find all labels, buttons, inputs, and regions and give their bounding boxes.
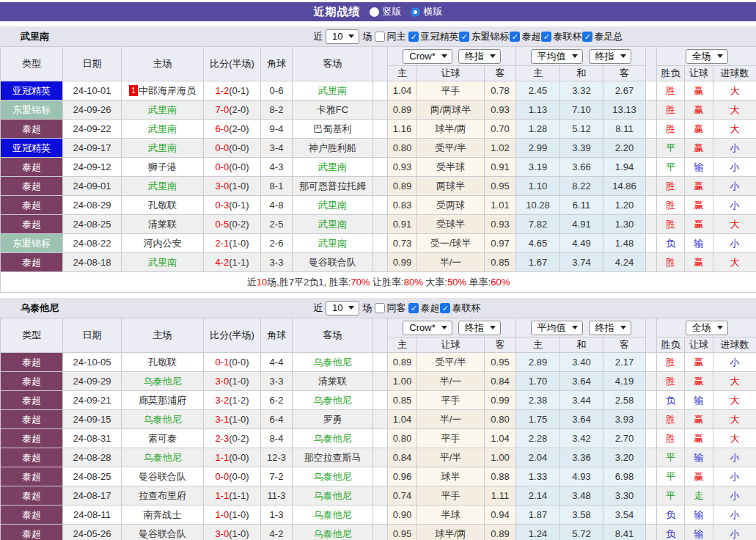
away-team-cell: 乌泰他尼 xyxy=(293,506,373,525)
avg-final-select[interactable]: 终指 xyxy=(589,321,631,335)
avg-away-cell: 2.70 xyxy=(603,429,646,448)
team-label: 乌泰他尼 xyxy=(314,528,352,539)
summary-segment: 60% xyxy=(491,277,510,288)
odds-handicap-cell: 半/一 xyxy=(417,410,485,429)
league-filter-label: 泰超 xyxy=(420,302,439,315)
odds-final-select[interactable]: 终指 xyxy=(458,321,501,335)
same-venue-filter[interactable]: 同主 xyxy=(375,30,405,43)
table-row: 泰超24-09-15乌泰他尼3-1(1-0)6-4罗勇1.04半/一0.801.… xyxy=(1,410,756,429)
league-filter[interactable]: ✓泰足总 xyxy=(582,30,623,43)
avg-select[interactable]: 平均值 xyxy=(531,321,583,335)
type-badge: 泰超 xyxy=(1,506,63,525)
team-label: 孔敬联 xyxy=(148,200,177,211)
corner-cell: 4-3 xyxy=(261,158,293,177)
away-team-cell: 那可恩普拉托姆 xyxy=(293,177,373,196)
odds-company-select[interactable]: Crow* xyxy=(403,49,452,64)
col-header-avg-away: 客 xyxy=(603,66,646,81)
handicap-result-cell: 赢 xyxy=(685,120,713,139)
away-team-cell: 神户胜利船 xyxy=(293,139,373,158)
odds-away-cell: 1.11 xyxy=(485,486,516,506)
league-filter[interactable]: ✓泰超 xyxy=(408,302,439,315)
odds-away-cell: 0.84 xyxy=(485,372,516,391)
team-label: 乌泰他尼 xyxy=(314,357,352,368)
half-time-score: (1-0) xyxy=(229,238,249,249)
horizontal-layout-radio[interactable]: 横版 xyxy=(411,5,443,18)
table-row: 亚冠精英24-10-011中部海岸海员1-2(0-1)0-6武里南1.04平手0… xyxy=(1,81,756,101)
col-header-handicap-result: 让球 xyxy=(685,338,713,353)
team-label: 南奔战士 xyxy=(144,509,182,520)
match-count-select[interactable]: 10 xyxy=(326,29,359,44)
spacer-cell xyxy=(646,196,657,215)
games-label: 场 xyxy=(362,30,372,43)
odds-away-cell: 0.78 xyxy=(485,81,516,101)
spacer-cell xyxy=(646,158,657,177)
avg-draw-cell: 3.66 xyxy=(560,158,603,177)
odds-home-cell: 1.04 xyxy=(388,410,417,429)
vertical-layout-radio[interactable]: 竖版 xyxy=(370,5,402,18)
goals-result-cell: 大 xyxy=(713,215,756,234)
scope-select[interactable]: 全场 xyxy=(686,321,728,335)
league-filter[interactable]: ✓泰超 xyxy=(510,30,540,43)
table-row: 泰超24-08-29孔敬联0-3(0-1)4-8武里南0.83受两球1.0110… xyxy=(1,196,756,215)
date-cell: 24-09-01 xyxy=(63,177,122,196)
results-table: 类型 日期 主场 比分(半场) 角球 客场 Crow* xyxy=(0,46,756,293)
team-label: 廊莫那浦府 xyxy=(139,395,186,406)
avg-home-cell: 1.75 xyxy=(516,410,560,429)
col-header-corner: 角球 xyxy=(261,47,293,81)
odds-home-cell: 0.89 xyxy=(388,353,417,372)
table-row: 泰超24-09-01武里南3-0(1-0)8-1那可恩普拉托姆0.89两球半0.… xyxy=(1,177,756,196)
goals-result-cell: 小 xyxy=(713,196,756,215)
type-badge: 泰超 xyxy=(1,372,63,391)
odds-company-select[interactable]: Crow* xyxy=(403,321,452,335)
league-filter[interactable]: ✓泰联杯 xyxy=(541,30,581,43)
score-cell: 0-1(0-0) xyxy=(204,353,261,372)
odds-home-cell: 0.85 xyxy=(388,391,417,410)
league-filter[interactable]: ✓东盟锦标 xyxy=(459,30,509,43)
corner-cell: 6-4 xyxy=(261,410,293,429)
odds-handicap-cell: 球半 xyxy=(417,467,485,486)
odds-final-select[interactable]: 终指 xyxy=(458,49,501,64)
spacer-cell xyxy=(646,253,657,272)
handicap-result-cell: 赢 xyxy=(685,410,713,429)
odds-handicap-cell: 半/一 xyxy=(417,253,485,272)
chevron-down-icon xyxy=(441,54,447,58)
odds-home-cell: 0.80 xyxy=(388,139,417,158)
games-label: 场 xyxy=(362,302,372,315)
avg-draw-cell: 4.49 xyxy=(560,234,603,253)
col-header-date: 日期 xyxy=(63,318,122,353)
away-team-cell: 罗勇 xyxy=(293,410,373,429)
same-venue-filter-label: 同主 xyxy=(386,30,405,43)
same-venue-filter[interactable]: 同客 xyxy=(375,302,405,315)
spacer-cell xyxy=(373,391,388,410)
goals-result-cell: 大 xyxy=(713,101,756,120)
half-time-score: (0-2) xyxy=(229,219,249,230)
full-time-score: 3-0 xyxy=(215,180,229,191)
avg-final-select-value: 终指 xyxy=(595,321,614,335)
summary-cell: 近10场,胜7平2负1, 胜率:70% 让胜率:80% 大率:50% 单率:60… xyxy=(1,272,756,293)
odds-handicap-cell: 受半球 xyxy=(417,158,485,177)
home-team-cell: 狮子港 xyxy=(122,158,204,177)
avg-final-select[interactable]: 终指 xyxy=(589,49,631,64)
team-label: 孔敬联 xyxy=(148,357,177,368)
league-filter[interactable]: ✓泰联杯 xyxy=(440,302,480,315)
match-count-select-value: 10 xyxy=(332,302,342,313)
date-cell: 24-08-11 xyxy=(63,506,122,525)
spacer-cell xyxy=(373,101,388,120)
odds-home-cell: 1.04 xyxy=(388,81,417,101)
spacer-cell xyxy=(646,372,657,391)
avg-home-cell: 1.28 xyxy=(516,120,560,139)
odds-handicap-cell: 半/一 xyxy=(417,372,485,391)
avg-select[interactable]: 平均值 xyxy=(531,49,583,64)
handicap-result-cell: 赢 xyxy=(685,196,713,215)
home-team-cell: 武里南 xyxy=(122,139,204,158)
table-row: 泰超24-08-31素可泰2-3(0-2)8-4乌泰他尼0.80平手1.042.… xyxy=(1,429,756,448)
scope-select[interactable]: 全场 xyxy=(686,49,728,64)
type-badge: 泰超 xyxy=(1,253,63,272)
checkbox-checked-icon: ✓ xyxy=(510,32,520,42)
col-header-handicap-result: 让球 xyxy=(685,66,713,81)
match-count-select[interactable]: 10 xyxy=(326,301,359,315)
league-filter[interactable]: ✓亚冠精英 xyxy=(408,30,458,43)
date-cell: 24-09-21 xyxy=(63,391,122,410)
avg-home-cell: 2.89 xyxy=(516,353,560,372)
sections-container: 武里南 近 10 场 同主 ✓亚冠精英✓东盟锦标✓泰超✓泰联杯✓泰足总 xyxy=(0,26,756,540)
